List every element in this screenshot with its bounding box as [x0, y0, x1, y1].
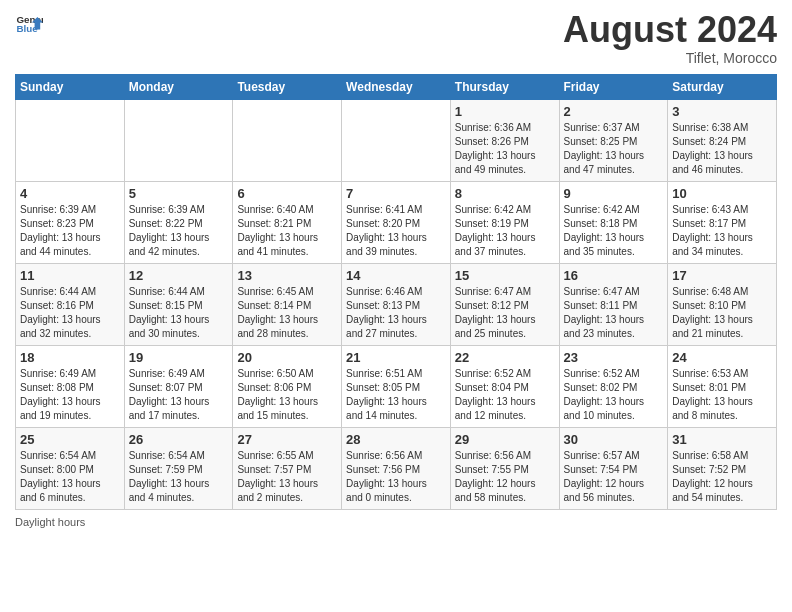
week-row-3: 11Sunrise: 6:44 AM Sunset: 8:16 PM Dayli…: [16, 263, 777, 345]
day-number: 16: [564, 268, 664, 283]
day-cell: 15Sunrise: 6:47 AM Sunset: 8:12 PM Dayli…: [450, 263, 559, 345]
week-row-5: 25Sunrise: 6:54 AM Sunset: 8:00 PM Dayli…: [16, 427, 777, 509]
day-info: Sunrise: 6:51 AM Sunset: 8:05 PM Dayligh…: [346, 367, 446, 423]
logo: General Blue: [15, 10, 43, 38]
day-cell: 6Sunrise: 6:40 AM Sunset: 8:21 PM Daylig…: [233, 181, 342, 263]
col-header-wednesday: Wednesday: [342, 74, 451, 99]
col-header-sunday: Sunday: [16, 74, 125, 99]
day-number: 21: [346, 350, 446, 365]
day-info: Sunrise: 6:40 AM Sunset: 8:21 PM Dayligh…: [237, 203, 337, 259]
day-number: 14: [346, 268, 446, 283]
day-number: 13: [237, 268, 337, 283]
day-info: Sunrise: 6:41 AM Sunset: 8:20 PM Dayligh…: [346, 203, 446, 259]
day-cell: 28Sunrise: 6:56 AM Sunset: 7:56 PM Dayli…: [342, 427, 451, 509]
day-cell: 30Sunrise: 6:57 AM Sunset: 7:54 PM Dayli…: [559, 427, 668, 509]
title-block: August 2024 Tiflet, Morocco: [563, 10, 777, 66]
day-cell: 26Sunrise: 6:54 AM Sunset: 7:59 PM Dayli…: [124, 427, 233, 509]
day-number: 11: [20, 268, 120, 283]
day-number: 24: [672, 350, 772, 365]
day-number: 7: [346, 186, 446, 201]
day-info: Sunrise: 6:48 AM Sunset: 8:10 PM Dayligh…: [672, 285, 772, 341]
day-cell: 18Sunrise: 6:49 AM Sunset: 8:08 PM Dayli…: [16, 345, 125, 427]
day-number: 30: [564, 432, 664, 447]
day-number: 1: [455, 104, 555, 119]
day-info: Sunrise: 6:47 AM Sunset: 8:12 PM Dayligh…: [455, 285, 555, 341]
day-cell: 17Sunrise: 6:48 AM Sunset: 8:10 PM Dayli…: [668, 263, 777, 345]
col-header-tuesday: Tuesday: [233, 74, 342, 99]
header-row: SundayMondayTuesdayWednesdayThursdayFrid…: [16, 74, 777, 99]
day-info: Sunrise: 6:36 AM Sunset: 8:26 PM Dayligh…: [455, 121, 555, 177]
day-info: Sunrise: 6:42 AM Sunset: 8:19 PM Dayligh…: [455, 203, 555, 259]
day-info: Sunrise: 6:50 AM Sunset: 8:06 PM Dayligh…: [237, 367, 337, 423]
day-cell: 4Sunrise: 6:39 AM Sunset: 8:23 PM Daylig…: [16, 181, 125, 263]
day-number: 6: [237, 186, 337, 201]
week-row-4: 18Sunrise: 6:49 AM Sunset: 8:08 PM Dayli…: [16, 345, 777, 427]
col-header-monday: Monday: [124, 74, 233, 99]
day-number: 26: [129, 432, 229, 447]
day-number: 3: [672, 104, 772, 119]
col-header-thursday: Thursday: [450, 74, 559, 99]
day-info: Sunrise: 6:49 AM Sunset: 8:08 PM Dayligh…: [20, 367, 120, 423]
day-cell: [342, 99, 451, 181]
day-number: 25: [20, 432, 120, 447]
day-number: 28: [346, 432, 446, 447]
logo-icon: General Blue: [15, 10, 43, 38]
calendar-table: SundayMondayTuesdayWednesdayThursdayFrid…: [15, 74, 777, 510]
day-number: 4: [20, 186, 120, 201]
day-cell: 9Sunrise: 6:42 AM Sunset: 8:18 PM Daylig…: [559, 181, 668, 263]
day-number: 15: [455, 268, 555, 283]
day-number: 20: [237, 350, 337, 365]
day-number: 12: [129, 268, 229, 283]
day-info: Sunrise: 6:53 AM Sunset: 8:01 PM Dayligh…: [672, 367, 772, 423]
day-info: Sunrise: 6:54 AM Sunset: 8:00 PM Dayligh…: [20, 449, 120, 505]
day-info: Sunrise: 6:49 AM Sunset: 8:07 PM Dayligh…: [129, 367, 229, 423]
day-info: Sunrise: 6:52 AM Sunset: 8:04 PM Dayligh…: [455, 367, 555, 423]
day-info: Sunrise: 6:44 AM Sunset: 8:15 PM Dayligh…: [129, 285, 229, 341]
day-number: 23: [564, 350, 664, 365]
day-info: Sunrise: 6:39 AM Sunset: 8:23 PM Dayligh…: [20, 203, 120, 259]
day-cell: [124, 99, 233, 181]
day-info: Sunrise: 6:58 AM Sunset: 7:52 PM Dayligh…: [672, 449, 772, 505]
day-info: Sunrise: 6:38 AM Sunset: 8:24 PM Dayligh…: [672, 121, 772, 177]
day-cell: 21Sunrise: 6:51 AM Sunset: 8:05 PM Dayli…: [342, 345, 451, 427]
day-cell: 29Sunrise: 6:56 AM Sunset: 7:55 PM Dayli…: [450, 427, 559, 509]
location-title: Tiflet, Morocco: [563, 50, 777, 66]
day-info: Sunrise: 6:39 AM Sunset: 8:22 PM Dayligh…: [129, 203, 229, 259]
day-number: 8: [455, 186, 555, 201]
day-cell: 19Sunrise: 6:49 AM Sunset: 8:07 PM Dayli…: [124, 345, 233, 427]
day-number: 2: [564, 104, 664, 119]
day-info: Sunrise: 6:37 AM Sunset: 8:25 PM Dayligh…: [564, 121, 664, 177]
day-number: 29: [455, 432, 555, 447]
day-info: Sunrise: 6:55 AM Sunset: 7:57 PM Dayligh…: [237, 449, 337, 505]
day-cell: 27Sunrise: 6:55 AM Sunset: 7:57 PM Dayli…: [233, 427, 342, 509]
day-cell: 20Sunrise: 6:50 AM Sunset: 8:06 PM Dayli…: [233, 345, 342, 427]
day-cell: [233, 99, 342, 181]
day-info: Sunrise: 6:56 AM Sunset: 7:56 PM Dayligh…: [346, 449, 446, 505]
day-cell: 23Sunrise: 6:52 AM Sunset: 8:02 PM Dayli…: [559, 345, 668, 427]
day-cell: 22Sunrise: 6:52 AM Sunset: 8:04 PM Dayli…: [450, 345, 559, 427]
day-info: Sunrise: 6:43 AM Sunset: 8:17 PM Dayligh…: [672, 203, 772, 259]
col-header-friday: Friday: [559, 74, 668, 99]
day-cell: 31Sunrise: 6:58 AM Sunset: 7:52 PM Dayli…: [668, 427, 777, 509]
day-cell: 12Sunrise: 6:44 AM Sunset: 8:15 PM Dayli…: [124, 263, 233, 345]
day-cell: 24Sunrise: 6:53 AM Sunset: 8:01 PM Dayli…: [668, 345, 777, 427]
day-info: Sunrise: 6:52 AM Sunset: 8:02 PM Dayligh…: [564, 367, 664, 423]
week-row-2: 4Sunrise: 6:39 AM Sunset: 8:23 PM Daylig…: [16, 181, 777, 263]
day-cell: 11Sunrise: 6:44 AM Sunset: 8:16 PM Dayli…: [16, 263, 125, 345]
header: General Blue August 2024 Tiflet, Morocco: [15, 10, 777, 66]
day-info: Sunrise: 6:45 AM Sunset: 8:14 PM Dayligh…: [237, 285, 337, 341]
day-cell: 13Sunrise: 6:45 AM Sunset: 8:14 PM Dayli…: [233, 263, 342, 345]
week-row-1: 1Sunrise: 6:36 AM Sunset: 8:26 PM Daylig…: [16, 99, 777, 181]
day-info: Sunrise: 6:47 AM Sunset: 8:11 PM Dayligh…: [564, 285, 664, 341]
day-info: Sunrise: 6:54 AM Sunset: 7:59 PM Dayligh…: [129, 449, 229, 505]
col-header-saturday: Saturday: [668, 74, 777, 99]
day-info: Sunrise: 6:46 AM Sunset: 8:13 PM Dayligh…: [346, 285, 446, 341]
day-number: 22: [455, 350, 555, 365]
day-cell: 1Sunrise: 6:36 AM Sunset: 8:26 PM Daylig…: [450, 99, 559, 181]
day-cell: 10Sunrise: 6:43 AM Sunset: 8:17 PM Dayli…: [668, 181, 777, 263]
daylight-label: Daylight hours: [15, 516, 85, 528]
day-number: 5: [129, 186, 229, 201]
day-cell: 14Sunrise: 6:46 AM Sunset: 8:13 PM Dayli…: [342, 263, 451, 345]
month-title: August 2024: [563, 10, 777, 50]
day-info: Sunrise: 6:44 AM Sunset: 8:16 PM Dayligh…: [20, 285, 120, 341]
